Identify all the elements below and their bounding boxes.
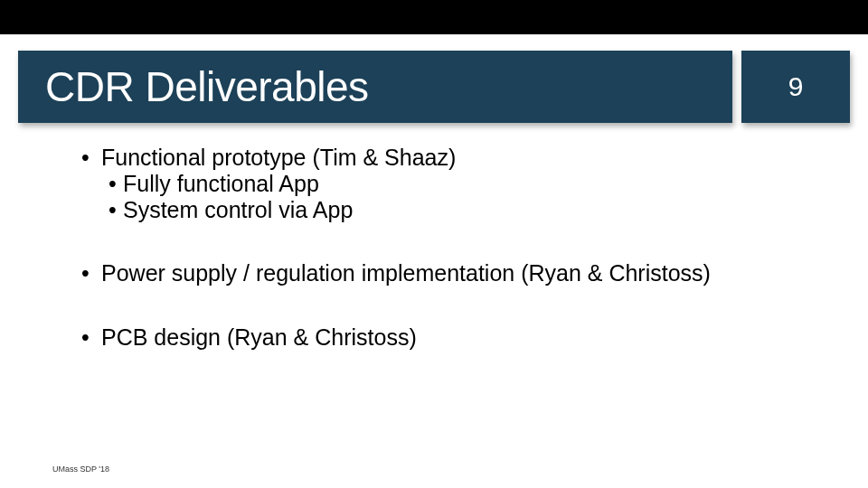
top-black-strip [0, 0, 868, 34]
bullet-icon: • [81, 145, 101, 171]
content-area: • Functional prototype (Tim & Shaaz) • F… [63, 145, 814, 389]
bullet-block-3: • PCB design (Ryan & Christoss) [63, 324, 814, 351]
bullet-icon: • [81, 260, 101, 286]
footer-label: UMass SDP '18 [52, 465, 109, 474]
page-number: 9 [788, 71, 804, 102]
slide: CDR Deliverables 9 • Functional prototyp… [0, 0, 868, 488]
bullet-icon: • [108, 197, 123, 223]
bullet-block-2: • Power supply / regulation implementati… [63, 260, 814, 286]
list-item: • Functional prototype (Tim & Shaaz) [81, 145, 814, 171]
list-item-text: Fully functional App [123, 171, 814, 197]
list-item: • Power supply / regulation implementati… [81, 260, 814, 286]
title-bar: CDR Deliverables [18, 51, 732, 123]
list-item-text: Functional prototype (Tim & Shaaz) [101, 145, 814, 171]
list-item: • System control via App [108, 197, 814, 223]
list-item: • PCB design (Ryan & Christoss) [81, 324, 814, 351]
slide-title: CDR Deliverables [45, 62, 369, 111]
list-item-text: System control via App [123, 197, 814, 223]
page-number-box: 9 [741, 51, 850, 123]
list-item-text: Power supply / regulation implementation… [101, 260, 814, 286]
list-item: • Fully functional App [108, 171, 814, 197]
bullet-icon: • [81, 324, 101, 351]
bullet-icon: • [108, 171, 123, 197]
bullet-block-1: • Functional prototype (Tim & Shaaz) • F… [63, 145, 814, 222]
list-item-text: PCB design (Ryan & Christoss) [101, 324, 814, 351]
